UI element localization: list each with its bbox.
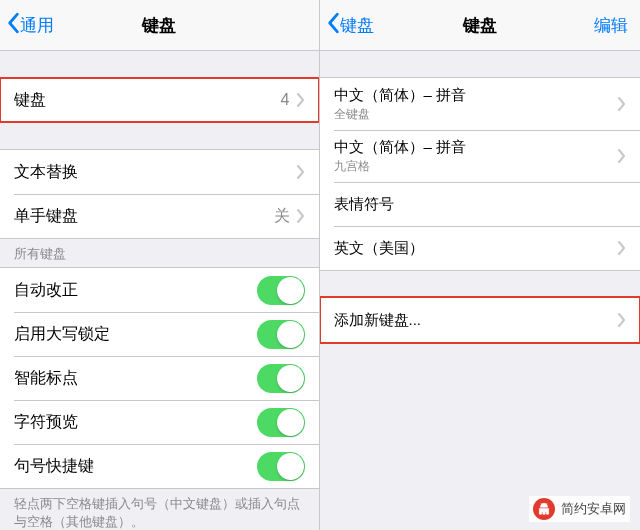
chevron-right-icon (296, 165, 305, 179)
one-handed-keyboard-row[interactable]: 单手键盘 关 (0, 194, 319, 238)
back-label: 键盘 (340, 14, 374, 37)
keyboard-item[interactable]: 表情符号 (320, 182, 641, 226)
smart-punct-row[interactable]: 智能标点 (0, 356, 319, 400)
settings-keyboard-pane: 通用 键盘 键盘 4 文本替换 单手键盘 (0, 0, 319, 530)
row-label: 表情符号 (334, 195, 627, 214)
watermark-text: 简约安卓网 (561, 500, 626, 518)
row-label: 中文（简体）– 拼音 (334, 138, 618, 157)
row-label: 启用大写锁定 (14, 324, 257, 345)
keyboard-item[interactable]: 英文（美国） (320, 226, 641, 270)
switch-on[interactable] (257, 408, 305, 437)
chevron-right-icon (617, 313, 626, 327)
switch-on[interactable] (257, 320, 305, 349)
watermark: 简约安卓网 (529, 496, 630, 522)
switch-on[interactable] (257, 276, 305, 305)
switch-on[interactable] (257, 364, 305, 393)
chevron-right-icon (617, 97, 626, 111)
period-shortcut-footer: 轻点两下空格键插入句号（中文键盘）或插入句点与空格（其他键盘）。 (0, 489, 319, 530)
row-label: 句号快捷键 (14, 456, 257, 477)
row-label: 自动改正 (14, 280, 257, 301)
chevron-right-icon (296, 209, 305, 223)
android-icon (533, 498, 555, 520)
row-sublabel: 九宫格 (334, 158, 618, 175)
keyboard-item[interactable]: 中文（简体）– 拼音 九宫格 (320, 130, 641, 182)
group-header-all-keyboards: 所有键盘 (0, 239, 319, 267)
add-new-keyboard-row[interactable]: 添加新键盘... (320, 298, 641, 342)
switch-on[interactable] (257, 452, 305, 481)
back-label: 通用 (20, 14, 54, 37)
period-shortcut-row[interactable]: 句号快捷键 (0, 444, 319, 488)
row-label: 添加新键盘... (334, 311, 618, 330)
chevron-right-icon (617, 241, 626, 255)
row-label: 字符预览 (14, 412, 257, 433)
row-sublabel: 全键盘 (334, 106, 618, 123)
back-button[interactable]: 键盘 (320, 12, 374, 39)
char-preview-row[interactable]: 字符预览 (0, 400, 319, 444)
row-label: 键盘 (14, 90, 281, 111)
row-label: 英文（美国） (334, 239, 618, 258)
caps-lock-row[interactable]: 启用大写锁定 (0, 312, 319, 356)
text-replacement-row[interactable]: 文本替换 (0, 150, 319, 194)
edit-button[interactable]: 编辑 (594, 14, 628, 37)
row-label: 智能标点 (14, 368, 257, 389)
keyboards-row[interactable]: 键盘 4 (0, 78, 319, 122)
navbar-right: 键盘 键盘 编辑 (320, 0, 641, 51)
navbar-left: 通用 键盘 (0, 0, 319, 51)
row-label: 单手键盘 (14, 206, 274, 227)
keyboard-item[interactable]: 中文（简体）– 拼音 全键盘 (320, 78, 641, 130)
autocorrect-row[interactable]: 自动改正 (0, 268, 319, 312)
row-label: 中文（简体）– 拼音 (334, 86, 618, 105)
chevron-left-icon (326, 12, 340, 39)
chevron-left-icon (6, 12, 20, 39)
chevron-right-icon (296, 93, 305, 107)
chevron-right-icon (617, 149, 626, 163)
back-button[interactable]: 通用 (0, 12, 54, 39)
row-value: 4 (281, 91, 290, 109)
row-value: 关 (274, 206, 290, 227)
row-label: 文本替换 (14, 162, 296, 183)
keyboards-list-pane: 键盘 键盘 编辑 中文（简体）– 拼音 全键盘 中文（简体）– 拼音 九宫格 (319, 0, 641, 530)
